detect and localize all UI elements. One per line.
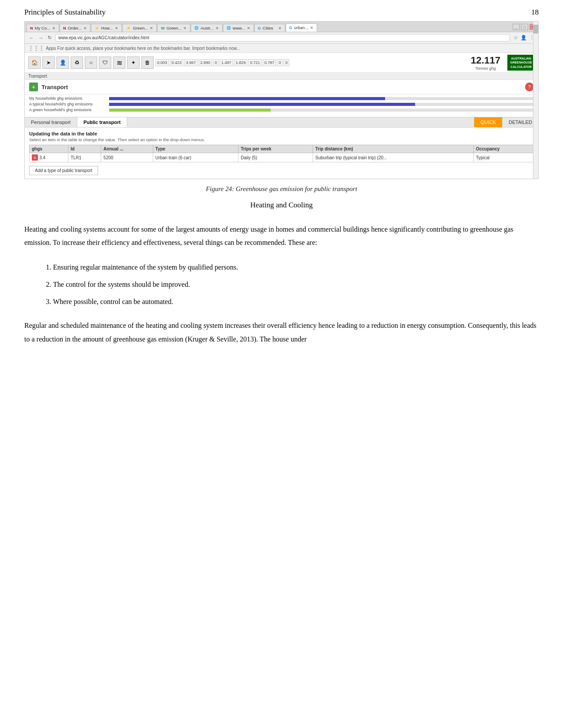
tab-public-transport[interactable]: Public transport: [77, 117, 127, 127]
transport-title: Transport: [42, 84, 68, 90]
section-heading: Heating and Cooling: [24, 201, 539, 210]
tab-green1-close[interactable]: ✕: [150, 26, 153, 30]
num-9: 0.787: [263, 59, 276, 66]
tab-myco[interactable]: N My Co... ✕: [26, 24, 59, 32]
address-input[interactable]: www.epa.vic.gov.au/AGC/calculator/index.…: [55, 34, 510, 41]
home-icon-btn[interactable]: 🏠: [28, 56, 41, 69]
tab-order[interactable]: N Order... ✕: [60, 24, 91, 32]
data-section: Updating the data in the table Select an…: [25, 128, 538, 179]
circle-icon-btn[interactable]: ○: [85, 56, 97, 69]
calculator-toolbar: 🏠 ➤ 👤 ♻ ○ 🛡 ≋ ✦ 🗑 0.003 0.423 3.967 2.89…: [25, 53, 538, 73]
cell-delete: x 3.4: [30, 153, 68, 162]
tab-www[interactable]: 🌐 www... ✕: [223, 24, 254, 32]
arrow-icon-btn[interactable]: ➤: [42, 56, 55, 69]
cell-id[interactable]: TLR1: [68, 153, 101, 162]
transport-section-label: Transport: [25, 73, 538, 80]
people-icon[interactable]: 👤: [521, 35, 527, 41]
emission-bar-3: [109, 109, 271, 112]
tab-order-close[interactable]: ✕: [83, 26, 87, 30]
cell-ghgs-value: 3.4: [39, 155, 45, 160]
tab-austr-label: Austr...: [200, 26, 214, 30]
wave-icon-btn[interactable]: ≋: [113, 56, 125, 69]
num-10: 0: [277, 59, 283, 66]
tab-green1[interactable]: ⚡ Green... ✕: [122, 24, 157, 32]
tab-green2-close[interactable]: ✕: [183, 26, 187, 30]
num-5: 0: [213, 59, 219, 66]
restore-button[interactable]: □: [521, 24, 528, 30]
cell-type[interactable]: Urban train (6 car): [153, 153, 238, 162]
calculator-total: 12.117 Tonnes ghg: [471, 55, 500, 71]
page-number: 18: [531, 8, 539, 17]
total-value: 12.117: [471, 55, 500, 66]
emission-bar-1: [109, 97, 385, 100]
address-bar: ← → ↻ www.epa.vic.gov.au/AGC/calculator/…: [25, 32, 538, 44]
quick-button[interactable]: QUICK: [474, 117, 502, 127]
bookmarks-bar: ⋮⋮⋮ Apps For quick access, place your bo…: [25, 44, 538, 53]
logo-line1: AUSTRALIAN: [510, 56, 532, 60]
data-section-desc: Select an item in the table to change th…: [29, 137, 534, 142]
tab-urban-label: urban...: [294, 25, 308, 30]
minimize-button[interactable]: _: [513, 24, 520, 30]
num-7: 1.829: [234, 59, 248, 66]
apps-icon[interactable]: ⋮⋮⋮: [28, 45, 44, 51]
list-item-1: Ensuring regular maintenance of the syst…: [53, 259, 539, 275]
scrollbar[interactable]: [533, 22, 538, 179]
col-type: Type: [153, 145, 238, 153]
num-2: 0.423: [170, 59, 184, 66]
delete-row-button[interactable]: x: [32, 154, 38, 161]
cell-occupancy[interactable]: Typical: [473, 153, 533, 162]
leaf-icon-btn[interactable]: ♻: [71, 56, 83, 69]
data-section-title: Updating the data in the table: [29, 131, 534, 136]
page-header: Principles of Sustainability 18: [0, 0, 563, 21]
person-icon-btn[interactable]: 👤: [57, 56, 69, 69]
tab-urban-close[interactable]: ✕: [310, 26, 314, 30]
cell-trips[interactable]: Daily (5): [238, 153, 313, 162]
cell-distance[interactable]: Suburban trip (typical train trip) (20..…: [313, 153, 474, 162]
add-transport-button[interactable]: +: [29, 83, 38, 91]
scrollbar-thumb[interactable]: [533, 25, 538, 34]
tab-www-close[interactable]: ✕: [247, 26, 250, 30]
help-button[interactable]: ?: [525, 83, 534, 91]
tab-urban[interactable]: G urban... ✕: [286, 23, 317, 32]
tab-austr[interactable]: 🌐 Austr... ✕: [191, 24, 223, 32]
refresh-button[interactable]: ↻: [47, 35, 53, 41]
star-icon[interactable]: ☆: [513, 35, 519, 41]
tab-austr-close[interactable]: ✕: [215, 26, 219, 30]
transport-data-table: ghgs Id Annual ... Type Trips per week T…: [29, 145, 534, 162]
tab-cities-close[interactable]: ✕: [278, 26, 282, 30]
add-public-transport-button[interactable]: Add a type of public transport: [29, 166, 98, 175]
tab-right-buttons: QUICK DETAILED: [474, 117, 538, 127]
page-title: Principles of Sustainability: [24, 8, 106, 17]
tab-green2[interactable]: W Green... ✕: [157, 24, 190, 32]
star2-icon-btn[interactable]: ✦: [127, 56, 140, 69]
back-button[interactable]: ←: [28, 35, 35, 41]
bookmarks-text: Apps For quick access, place your bookma…: [46, 46, 240, 51]
emission-label-3: A green household's ghg emissions: [29, 108, 106, 112]
paragraph-2: Regular and scheduled maintenance of the…: [24, 319, 539, 346]
table-header-row: ghgs Id Annual ... Type Trips per week T…: [30, 145, 534, 153]
table-row: x 3.4 TLR1 5200 Urban train (6 car) Dail…: [30, 153, 534, 162]
tab-urban-icon: G: [289, 26, 292, 30]
emission-label-2: A typical household's ghg emissions: [29, 102, 106, 106]
tab-myco-close[interactable]: ✕: [52, 26, 56, 30]
shield-icon-btn[interactable]: 🛡: [99, 56, 111, 69]
col-annual: Annual ...: [101, 145, 153, 153]
tab-cities[interactable]: G Cities ✕: [254, 24, 285, 32]
paragraph-1: Heating and cooling systems account for …: [24, 223, 539, 250]
emission-row-2: A typical household's ghg emissions: [29, 102, 534, 106]
tab-green2-label: Green...: [166, 26, 181, 30]
trash-icon-btn[interactable]: 🗑: [141, 56, 154, 69]
tab-order-icon: N: [63, 26, 66, 30]
tab-how[interactable]: ⚡ How... ✕: [91, 24, 122, 32]
emission-bar-bg-1: [109, 97, 534, 100]
cell-annual[interactable]: 5200: [101, 153, 153, 162]
list-item-2: The control for the systems should be im…: [53, 277, 539, 292]
col-id: Id: [68, 145, 101, 153]
browser-action-icons: ☆ 👤 ⋮: [513, 35, 535, 41]
tab-personal-transport[interactable]: Personal transport: [25, 117, 77, 127]
col-trips: Trips per week: [238, 145, 313, 153]
forward-button[interactable]: →: [38, 35, 44, 41]
tab-how-close[interactable]: ✕: [115, 26, 118, 30]
emission-bar-bg-3: [109, 109, 534, 112]
emissions-bars: My households ghg emissions A typical ho…: [25, 94, 538, 117]
